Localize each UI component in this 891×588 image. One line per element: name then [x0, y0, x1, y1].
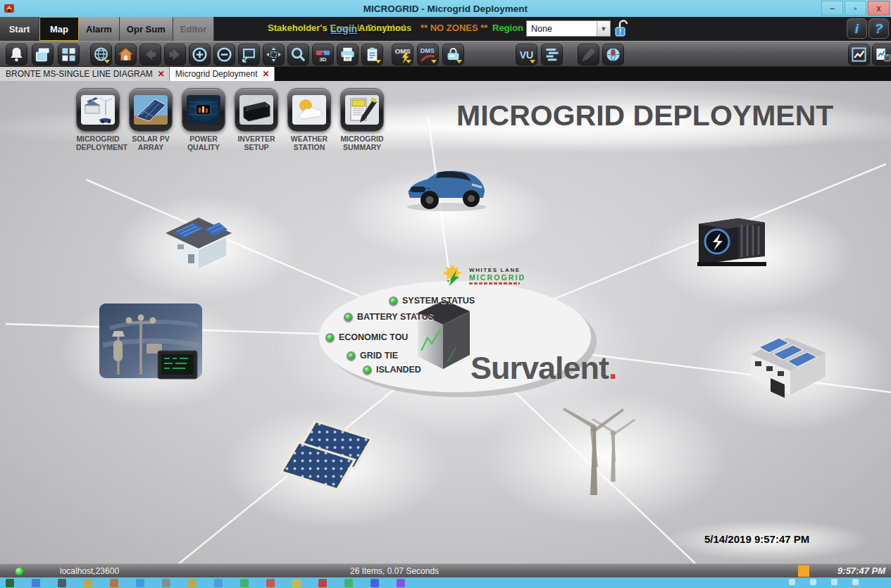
taskbar-app-icon[interactable] — [344, 579, 353, 587]
taskbar-app-icon[interactable] — [136, 579, 144, 587]
weather-station-icon — [292, 95, 326, 125]
weather-station-button-face[interactable] — [287, 88, 331, 132]
screen-nav-row: MICROGRIDDEPLOYMENTSOLAR PVARRAYPOWERQUA… — [76, 88, 384, 152]
taskbar-app-icon[interactable] — [266, 579, 275, 587]
close-tab-icon[interactable]: ✕ — [158, 69, 165, 79]
systray-icon[interactable] — [789, 579, 795, 585]
microgrid-deployment-button-face[interactable] — [76, 88, 120, 132]
power-quality-button-face[interactable] — [182, 88, 225, 132]
menu-tab-start[interactable]: Start — [0, 17, 39, 41]
menu-tab-map[interactable]: Map — [39, 17, 79, 41]
report-button[interactable] — [361, 44, 383, 65]
green-led-icon — [325, 333, 335, 342]
view-3d-button[interactable]: 3D — [312, 44, 334, 65]
nav-button-solar-pv-array[interactable]: SOLAR PVARRAY — [129, 88, 173, 152]
solar-pv-panels[interactable] — [273, 415, 385, 497]
nav-button-weather-station[interactable]: WEATHERSTATION — [287, 88, 331, 152]
windows-taskbar[interactable] — [0, 577, 891, 588]
status-indicator-label: BATTERY STATUS — [357, 312, 434, 322]
zoom-out-button[interactable] — [213, 44, 235, 65]
dropdown-arrow-icon[interactable] — [431, 60, 437, 63]
taskbar-app-icon[interactable] — [240, 579, 249, 587]
dropdown-arrow-icon[interactable] — [406, 60, 411, 63]
region-select[interactable]: None ▼ — [526, 20, 611, 37]
doc-tab-microgrid-deployment[interactable]: Microgrid Deployment✕ — [170, 67, 275, 81]
taskbar-app-icon[interactable] — [214, 579, 223, 587]
new-window-button[interactable] — [32, 44, 54, 65]
taskbar-app-icon[interactable] — [84, 579, 92, 587]
chevron-down-icon[interactable]: ▼ — [597, 21, 610, 36]
brand-name-top: WHITES LANE — [469, 267, 525, 273]
dropdown-arrow-icon[interactable] — [456, 60, 462, 63]
zoom-in-button[interactable] — [189, 44, 211, 65]
diesel-generator[interactable] — [690, 203, 773, 269]
weather-station[interactable] — [97, 301, 204, 384]
nav-button-microgrid-deployment[interactable]: MICROGRIDDEPLOYMENT — [76, 88, 120, 152]
taskbar-app-icon[interactable] — [370, 579, 379, 587]
systray-icon[interactable] — [810, 579, 816, 585]
systray-icon[interactable] — [852, 579, 859, 585]
query-stats: 26 Items, 0.07 Seconds — [350, 566, 439, 576]
close-tab-icon[interactable]: ✕ — [262, 69, 269, 79]
info-button[interactable]: i — [847, 18, 867, 39]
maximize-button[interactable]: ▫ — [845, 1, 866, 15]
menu-tab-opr-sum[interactable]: Opr Sum — [120, 17, 173, 41]
systray-icon[interactable] — [831, 579, 837, 585]
find-button[interactable] — [287, 44, 309, 65]
dropdown-arrow-icon[interactable] — [104, 60, 110, 63]
wind-turbines[interactable] — [537, 398, 656, 498]
trend-chart-button[interactable] — [848, 44, 870, 65]
edit-pen-icon — [580, 46, 597, 63]
taskbar-app-icon[interactable] — [318, 579, 327, 587]
home-button[interactable] — [115, 44, 137, 65]
gis-globe-button[interactable] — [602, 44, 624, 65]
taskbar-app-icon[interactable] — [162, 579, 170, 587]
taskbar-app-icon[interactable] — [397, 579, 405, 587]
close-button[interactable]: x — [868, 1, 890, 15]
view-3d-icon: 3D — [314, 46, 332, 63]
vu-button[interactable]: VU — [516, 44, 537, 65]
power-quality-icon — [187, 95, 220, 125]
status-indicator-grid-tie: GRID TIE — [347, 351, 398, 361]
levels-button[interactable] — [541, 44, 563, 65]
nav-button-power-quality[interactable]: POWERQUALITY — [182, 88, 225, 152]
tag-button[interactable] — [442, 44, 464, 65]
taskbar-app-icon[interactable] — [6, 579, 14, 587]
world-map-button[interactable] — [90, 44, 112, 65]
report-chart-button[interactable] — [872, 44, 891, 65]
oms-button[interactable]: OMS — [392, 44, 413, 65]
dropdown-arrow-icon[interactable] — [530, 60, 535, 63]
inverter-setup-button-face[interactable] — [235, 88, 278, 132]
dms-button[interactable]: DMS — [417, 44, 439, 65]
minimize-button[interactable]: – — [821, 1, 843, 15]
report-chart-icon — [874, 46, 891, 63]
print-button[interactable] — [337, 44, 359, 65]
login-link[interactable]: Login — [330, 23, 357, 35]
doc-tab-bronte-ms-single-line-diagram[interactable]: BRONTE MS-SINGLE LINE DIAGRAM✕ — [0, 67, 170, 81]
taskbar-app-icon[interactable] — [188, 579, 197, 587]
pan-button[interactable] — [263, 44, 285, 65]
zoom-window-button[interactable] — [238, 44, 260, 65]
commercial-building[interactable] — [740, 311, 835, 401]
taskbar-app-icon[interactable] — [32, 579, 40, 587]
microgrid-summary-button-face[interactable] — [340, 88, 384, 132]
nav-button-microgrid-summary[interactable]: MICROGRIDSUMMARY — [340, 88, 384, 152]
menu-tab-alarm[interactable]: Alarm — [79, 17, 120, 41]
unlock-icon[interactable]: ! — [614, 19, 630, 38]
svg-text:OMS: OMS — [395, 47, 411, 55]
control-cabinet[interactable] — [412, 294, 475, 375]
taskbar-app-icon[interactable] — [110, 579, 118, 587]
dropdown-arrow-icon[interactable] — [375, 60, 381, 63]
status-indicator-icon — [798, 565, 809, 577]
ev-car[interactable] — [401, 161, 492, 214]
solar-pv-array-icon — [134, 95, 168, 125]
solar-pv-array-button-face[interactable] — [129, 88, 173, 132]
solar-house[interactable] — [158, 198, 239, 274]
taskbar-app-icon[interactable] — [58, 579, 66, 587]
alarm-bell-button[interactable] — [6, 44, 27, 65]
tile-windows-button[interactable] — [58, 44, 80, 65]
nav-button-inverter-setup[interactable]: INVERTERSETUP — [235, 88, 278, 152]
status-indicator-battery-status: BATTERY STATUS — [344, 312, 434, 322]
help-button[interactable]: ? — [868, 18, 889, 39]
taskbar-app-icon[interactable] — [292, 579, 301, 587]
